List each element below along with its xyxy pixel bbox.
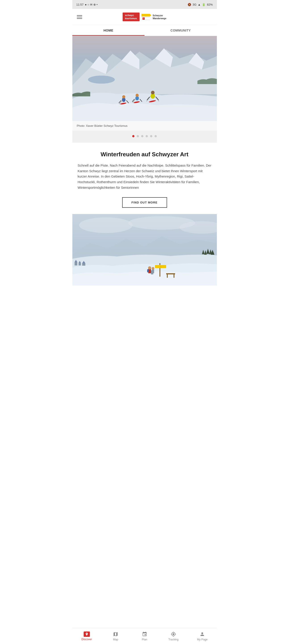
dot-2[interactable]	[137, 135, 139, 137]
svg-point-50	[148, 266, 151, 270]
svg-point-53	[152, 267, 154, 270]
status-right: 🔕 3G ▲ 🔋 82%	[188, 3, 213, 6]
svg-rect-34	[79, 263, 81, 266]
time: 11:57	[76, 3, 84, 6]
svg-rect-46	[166, 273, 175, 274]
schwyz-tourismus-logo: schwyz. tourismus.	[123, 12, 140, 21]
dot-5[interactable]	[150, 135, 152, 137]
content-title: Winterfreuden auf Schwyzer Art	[78, 151, 212, 158]
svg-rect-36	[82, 263, 85, 266]
hero-image-2: →	[72, 214, 217, 286]
status-bar: 11:57 ● ○ ✉ ⊕ • 🔕 3G ▲ 🔋 82%	[72, 0, 217, 9]
svg-rect-52	[152, 269, 154, 273]
svg-rect-54	[147, 269, 149, 272]
battery-icon: 🔋	[202, 3, 206, 6]
content-body: Schnell auf die Piste. Nach Feierabend a…	[78, 163, 212, 190]
find-out-more-button[interactable]: FIND OUT MORE	[122, 197, 167, 208]
status-left: 11:57 ● ○ ✉ ⊕ •	[76, 3, 98, 6]
mute-icon: 🔕	[188, 3, 191, 6]
header: schwyz. tourismus. + Schwyzer Wanderwege	[72, 9, 217, 25]
tab-home[interactable]: HOME	[72, 25, 145, 36]
yellow-sign-icon	[141, 14, 151, 16]
notification-dots: ● ○ ✉ ⊕ •	[85, 3, 98, 6]
photo-caption: Photo: Xaver Büeler Schwyz Tourismus	[72, 121, 217, 130]
hamburger-button[interactable]	[77, 15, 82, 19]
svg-point-26	[88, 76, 115, 84]
wanderwege-logo: + Schwyzer Wanderwege	[141, 14, 166, 20]
svg-point-28	[79, 217, 133, 233]
dots-indicator	[72, 130, 217, 143]
svg-text:→: →	[160, 266, 161, 268]
svg-rect-32	[75, 262, 77, 266]
svg-point-8	[122, 95, 125, 98]
dot-3[interactable]	[141, 135, 143, 137]
svg-rect-47	[167, 274, 168, 278]
hero-image-1	[72, 36, 217, 121]
wanderwege-text-label: Schwyzer Wanderwege	[153, 14, 166, 20]
hero-mountain-svg-2: →	[72, 214, 217, 286]
svg-point-12	[136, 94, 139, 97]
svg-rect-48	[174, 274, 174, 278]
content-section: Winterfreuden auf Schwyzer Art Schnell a…	[72, 143, 217, 214]
tab-community[interactable]: COMMUNITY	[144, 25, 217, 36]
hero-mountain-svg	[72, 36, 217, 121]
svg-point-16	[151, 91, 155, 94]
signal-icon: ▲	[198, 3, 201, 6]
battery-level: 82%	[207, 3, 213, 6]
dot-1[interactable]	[132, 135, 134, 137]
network: 3G	[193, 3, 196, 6]
dot-4[interactable]	[146, 135, 148, 137]
logo-container: schwyz. tourismus. + Schwyzer Wanderwege	[123, 12, 166, 21]
dot-6[interactable]	[155, 135, 157, 137]
nav-tabs: HOME COMMUNITY	[72, 25, 217, 36]
